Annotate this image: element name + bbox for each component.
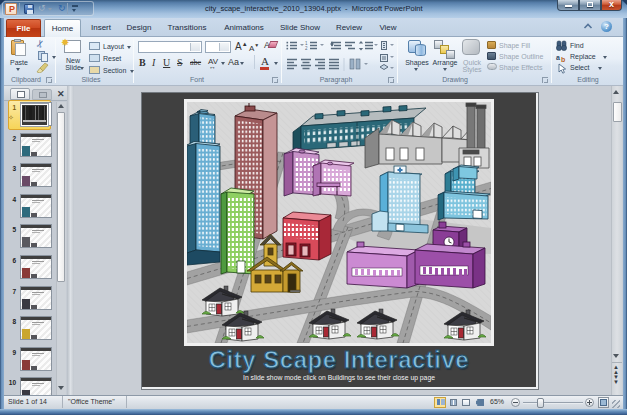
svg-text:b: b <box>561 56 565 63</box>
svg-text:2: 2 <box>305 46 308 51</box>
svg-text:a: a <box>556 54 560 61</box>
